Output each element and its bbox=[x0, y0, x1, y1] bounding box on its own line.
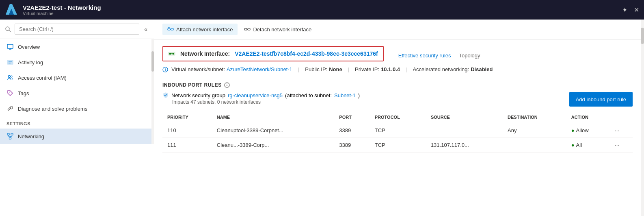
table-header-row: PRIORITY NAME PORT PROTOCOL SOURCE DESTI… bbox=[162, 111, 633, 123]
nic-label: Network Interface: bbox=[180, 50, 230, 57]
cell-priority: 110 bbox=[162, 123, 212, 138]
public-ip-label: Public IP: bbox=[305, 66, 327, 72]
content-area: Attach network interface Detach network … bbox=[154, 20, 641, 216]
sidebar-item-activity-log[interactable]: Activity log bbox=[0, 55, 151, 70]
detach-label: Detach network interface bbox=[253, 26, 311, 33]
titlebar-actions: ✦ ✕ bbox=[622, 6, 639, 14]
inbound-title-text: INBOUND PORT RULES bbox=[162, 82, 222, 88]
svg-rect-30 bbox=[173, 53, 174, 55]
svg-rect-14 bbox=[11, 133, 13, 135]
scrollbar-thumb[interactable] bbox=[641, 28, 644, 44]
nic-icon bbox=[168, 50, 175, 57]
inbound-rules-title: INBOUND PORT RULES bbox=[162, 82, 633, 88]
sidebar-item-access-control[interactable]: Access control (IAM) bbox=[0, 70, 151, 85]
nsg-details: Network security group rg-cleanupservice… bbox=[162, 92, 360, 105]
cell-menu[interactable]: ··· bbox=[610, 138, 633, 153]
attach-label: Attach network interface bbox=[176, 26, 233, 33]
collapse-button[interactable]: « bbox=[143, 24, 149, 34]
search-icon bbox=[5, 26, 11, 33]
svg-line-3 bbox=[9, 30, 11, 32]
row-action-menu[interactable]: ··· bbox=[615, 127, 619, 133]
nsg-subnet-link[interactable]: Subnet-1 bbox=[334, 92, 356, 98]
scrollbar-track[interactable] bbox=[641, 20, 644, 216]
table-row: 110 Cleanuptool-3389-Corpnet... 3389 TCP… bbox=[162, 123, 633, 138]
public-ip-value: None bbox=[329, 66, 342, 72]
attach-network-interface-button[interactable]: Attach network interface bbox=[162, 24, 238, 35]
sidebar-navigation: Overview Activity log Access control (IA… bbox=[0, 39, 154, 216]
wrench-icon bbox=[6, 105, 14, 112]
svg-rect-26 bbox=[248, 28, 250, 30]
cell-protocol: TCP bbox=[370, 138, 426, 153]
detach-icon bbox=[244, 26, 251, 33]
cell-protocol: TCP bbox=[370, 123, 426, 138]
sidebar-item-tags[interactable]: Tags bbox=[0, 85, 151, 101]
inbound-rules-table: PRIORITY NAME PORT PROTOCOL SOURCE DESTI… bbox=[162, 111, 633, 153]
col-actions-menu bbox=[610, 111, 633, 123]
svg-point-12 bbox=[9, 92, 10, 93]
attach-icon bbox=[167, 26, 174, 33]
cell-destination bbox=[503, 138, 566, 153]
vnet-label: Virtual network/subnet: bbox=[171, 66, 225, 72]
close-icon[interactable]: ✕ bbox=[634, 6, 639, 14]
cell-source: 131.107.117.0... bbox=[426, 138, 503, 153]
col-action: ACTION bbox=[566, 111, 610, 123]
svg-rect-20 bbox=[168, 28, 170, 30]
network-icon bbox=[6, 133, 14, 140]
svg-rect-25 bbox=[244, 28, 247, 30]
monitor-icon bbox=[6, 43, 14, 50]
private-ip-value: 10.1.0.4 bbox=[381, 66, 400, 72]
accel-net-info: Accelerated networking: Disabled bbox=[413, 66, 493, 72]
nic-info-row: Virtual network/subnet: AzureTestNetwork… bbox=[162, 65, 633, 76]
svg-rect-4 bbox=[7, 44, 13, 48]
cell-port: 3389 bbox=[334, 138, 370, 153]
sidebar-item-diagnose[interactable]: Diagnose and solve problems bbox=[0, 101, 151, 116]
access-control-label: Access control (IAM) bbox=[18, 75, 67, 81]
cell-port: 3389 bbox=[334, 123, 370, 138]
sidebar: « Overview Activity log bbox=[0, 20, 154, 216]
vnet-link[interactable]: AzureTestNetwork/Subnet-1 bbox=[227, 66, 292, 72]
nsg-line: Network security group rg-cleanupservice… bbox=[162, 92, 360, 98]
cell-destination: Any bbox=[503, 123, 566, 138]
svg-rect-21 bbox=[171, 28, 173, 30]
titlebar-text: V2AE2E2-test - Networking Virtual machin… bbox=[23, 4, 622, 16]
cell-action: ●Allow bbox=[566, 123, 610, 138]
tag-icon bbox=[6, 89, 14, 97]
row-action-menu[interactable]: ··· bbox=[615, 142, 619, 148]
inbound-info-icon bbox=[224, 82, 230, 88]
nsg-name-link[interactable]: rg-cleanupservice-nsg5 bbox=[228, 92, 283, 98]
nic-section: Network Interface: V2AE2E2-testfb7c8bf4-… bbox=[154, 39, 641, 79]
cell-name: Cleanu...-3389-Corp... bbox=[212, 138, 335, 153]
settings-section-label: SETTINGS bbox=[0, 116, 151, 129]
tags-label: Tags bbox=[18, 90, 29, 96]
search-input[interactable] bbox=[15, 24, 139, 35]
sidebar-item-networking[interactable]: Networking bbox=[0, 129, 151, 144]
list-icon bbox=[6, 59, 14, 66]
nic-id-link[interactable]: V2AE2E2-testfb7c8bf4-ec2d-433b-98ec-3e3c… bbox=[235, 50, 378, 57]
diagnose-label: Diagnose and solve problems bbox=[18, 106, 87, 112]
col-source: SOURCE bbox=[426, 111, 503, 123]
svg-rect-7 bbox=[7, 60, 13, 64]
svg-rect-13 bbox=[7, 133, 9, 135]
pin-icon[interactable]: ✦ bbox=[622, 6, 627, 14]
private-ip-info: Private IP: 10.1.0.4 bbox=[355, 66, 400, 72]
overview-label: Overview bbox=[18, 44, 40, 50]
shield-icon bbox=[162, 92, 169, 98]
sidebar-item-overview[interactable]: Overview bbox=[0, 39, 151, 55]
cell-menu[interactable]: ··· bbox=[610, 123, 633, 138]
toolbar: Attach network interface Detach network … bbox=[154, 20, 641, 39]
add-inbound-port-rule-button[interactable]: Add inbound port rule bbox=[569, 92, 633, 107]
titlebar: V2AE2E2-test - Networking Virtual machin… bbox=[0, 0, 644, 20]
sidebar-search-container: « bbox=[0, 20, 154, 39]
topology-tab[interactable]: Topology bbox=[459, 51, 480, 60]
nsg-close-paren: ) bbox=[358, 92, 360, 98]
col-name: NAME bbox=[212, 111, 335, 123]
effective-security-rules-tab[interactable]: Effective security rules bbox=[398, 51, 451, 60]
col-priority: PRIORITY bbox=[162, 111, 212, 123]
page-title: V2AE2E2-test - Networking bbox=[23, 4, 622, 11]
accel-net-label: Accelerated networking: bbox=[413, 66, 469, 72]
networking-label: Networking bbox=[18, 133, 44, 140]
detach-network-interface-button[interactable]: Detach network interface bbox=[239, 24, 316, 35]
activity-log-label: Activity log bbox=[18, 59, 43, 65]
nic-header-box: Network Interface: V2AE2E2-testfb7c8bf4-… bbox=[162, 46, 384, 61]
allow-icon: ● bbox=[571, 142, 575, 148]
